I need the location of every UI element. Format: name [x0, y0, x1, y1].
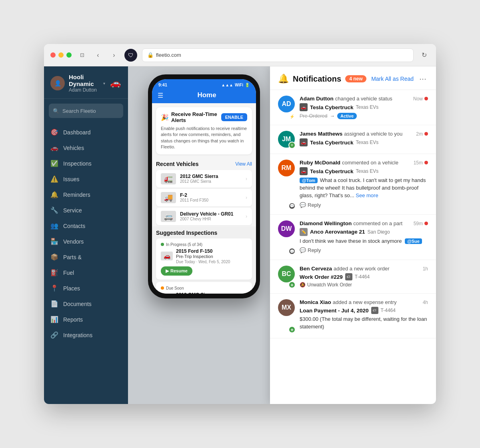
browser-chrome: ⊡ ‹ › 🛡 🔒 fleetio.com ↻	[44, 44, 436, 66]
vehicle-name: 2012 GMC Sierra	[180, 174, 218, 179]
notif-meta: Adam Dutton changed a vehicle status Now	[300, 96, 428, 102]
phone-status-bar: 9:41 ▲▲▲ WiFi 🔋	[152, 79, 256, 89]
notif-type-badge: +	[288, 142, 296, 149]
sidebar-item-label: Reminders	[63, 192, 90, 198]
notif-type-badge: +	[288, 326, 296, 333]
notif-avatar-wrap: RM 💬	[278, 160, 295, 209]
integrations-icon: 🔗	[50, 331, 58, 339]
vehicle-tag: T-4464	[381, 308, 396, 313]
enable-notifications-button[interactable]: ENABLE	[221, 113, 247, 121]
sidebar-item-fuel[interactable]: ⛽ Fuel	[44, 265, 128, 280]
phone-vehicle-item[interactable]: 🚚 F-2 2011 Ford F350 ›	[156, 189, 252, 206]
view-all-button[interactable]: View All	[235, 161, 252, 167]
phone-vehicle-item[interactable]: 🚐 Delivery Vehicle - GR01 2007 Chevy HHR…	[156, 208, 252, 225]
avatar: AD	[278, 96, 295, 112]
sidebar-item-integrations[interactable]: 🔗 Integrations	[44, 327, 128, 343]
back-button[interactable]: ‹	[92, 50, 104, 61]
mark-all-read-button[interactable]: Mark All as Read	[371, 76, 414, 82]
main-content: 9:41 ▲▲▲ WiFi 🔋 ☰ Home	[128, 66, 436, 404]
recent-vehicles-title: Recent Vehicles	[156, 161, 199, 167]
sidebar-item-parts[interactable]: 📦 Parts &	[44, 249, 128, 265]
status-change: Pre-Ordered → Active	[300, 113, 428, 119]
reload-button[interactable]: ↻	[418, 50, 430, 61]
unwatch-button[interactable]: 🔕 Unwatch Work Order	[300, 282, 352, 288]
notif-body: Diamond Wellington commented on a part 5…	[300, 220, 428, 254]
forward-button[interactable]: ›	[108, 50, 120, 61]
sidebar-item-label: Places	[63, 285, 80, 292]
sidebar-item-label: Reports	[63, 316, 83, 323]
notification-item: MX + Monica Xiao added a new expense ent…	[270, 294, 436, 338]
hamburger-icon[interactable]: ☰	[158, 92, 163, 99]
notif-type-badge: 💬	[288, 248, 296, 255]
issues-icon: ⚠️	[50, 175, 58, 183]
vehicle-tag-icon: 🏷	[371, 307, 378, 314]
inspection-item: Due Soon 🚛 2012 GMC Sierra Post-Trip Ins…	[156, 282, 252, 294]
notif-vehicle: Loan Payment - Jul 4, 2020 🏷 T-4464	[300, 307, 428, 314]
minimize-button[interactable]	[58, 52, 64, 58]
phone-vehicle-item[interactable]: 🚛 2012 GMC Sierra 2012 GMC Sierra ›	[156, 170, 252, 188]
sidebar-item-label: Issues	[63, 176, 79, 182]
sidebar-item-dashboard[interactable]: 🎯 Dashboard	[44, 124, 128, 140]
reply-button[interactable]: 💬 Reply	[300, 246, 321, 254]
new-count-badge: 4 new	[345, 75, 366, 82]
dashboard-icon: 🎯	[50, 128, 58, 136]
vehicle-info: 2012 GMC Sierra 2012 GMC Sierra	[180, 174, 218, 184]
vehicle-icon: 🚗	[300, 167, 308, 175]
inspection-vehicle-name: 2015 Ford F-150	[176, 248, 230, 254]
sidebar-item-reminders[interactable]: 🔔 Reminders	[44, 187, 128, 202]
sidebar-item-inspections[interactable]: ✅ Inspections	[44, 156, 128, 171]
unwatch-label: Unwatch Work Order	[307, 282, 352, 288]
address-bar[interactable]: 🔒 fleetio.com	[142, 48, 414, 62]
sidebar-item-label: Documents	[63, 301, 92, 307]
notif-meta: Diamond Wellington commented on a part 5…	[300, 220, 428, 226]
expense-name: Loan Payment - Jul 4, 2020	[300, 308, 369, 314]
sidebar-item-places[interactable]: 📍 Places	[44, 280, 128, 296]
see-more-link[interactable]: See more	[356, 192, 378, 198]
vehicle-info: F-2 2011 Ford F350	[180, 192, 208, 202]
vehicle-name: F-2	[180, 192, 208, 198]
notif-user: James Matthews	[300, 131, 342, 137]
sidebar-toggle-button[interactable]: ⊡	[76, 50, 88, 61]
sidebar-item-reports[interactable]: 📊 Reports	[44, 312, 128, 327]
sidebar-item-label: Vehicles	[63, 145, 84, 151]
sidebar-item-label: Service	[63, 207, 82, 214]
inspection-details: 2015 Ford F-150 Pre-Trip Inspection Due …	[176, 248, 230, 264]
contacts-icon: 👥	[50, 222, 58, 230]
sidebar-item-issues[interactable]: ⚠️ Issues	[44, 171, 128, 187]
reply-button[interactable]: 💬 Reply	[300, 201, 321, 209]
suggested-inspections-section: Suggested Inspections In Progress (5 of …	[152, 226, 256, 294]
lock-icon: 🔒	[147, 52, 154, 58]
user-name: Adam Dutton	[69, 87, 99, 93]
sidebar-item-service[interactable]: 🔧 Service	[44, 202, 128, 218]
status-dot-green	[161, 243, 164, 246]
sidebar-item-documents[interactable]: 📄 Documents	[44, 296, 128, 312]
close-button[interactable]	[50, 52, 56, 58]
sidebar-header[interactable]: 👤 Hooli Dynamic Adam Dutton ▾ 🚗	[44, 66, 128, 99]
vehicle-tag-icon: 🏷	[345, 273, 352, 280]
more-options-button[interactable]: ⋯	[418, 74, 428, 83]
battery-icon: 🔋	[245, 83, 250, 87]
avatar-initials: BC	[282, 270, 291, 278]
vehicle-thumbnail: 🚚	[161, 192, 176, 203]
sidebar-item-vendors[interactable]: 🏪 Vendors	[44, 234, 128, 249]
notif-vehicle: Work Order #229 🏷 T-4464	[300, 273, 428, 280]
resume-label: Resume	[170, 268, 188, 273]
notif-meta: Ben Cerveza added a new work order 1h	[300, 266, 428, 272]
notif-action: added a new work order	[334, 266, 389, 272]
notifications-header: 🔔 Notifications 4 new Mark All as Read ⋯	[270, 66, 436, 90]
resume-inspection-button[interactable]: ▶ Resume	[161, 266, 192, 276]
notif-user: Ben Cerveza	[300, 266, 332, 272]
extension-icon[interactable]: 🛡	[124, 49, 137, 62]
signal-icon: ▲▲▲	[221, 83, 233, 87]
places-icon: 📍	[50, 284, 58, 292]
sidebar-item-vehicles[interactable]: 🚗 Vehicles	[44, 140, 128, 156]
maximize-button[interactable]	[66, 52, 72, 58]
inspection-status: Due Soon	[161, 286, 247, 290]
notifications-list: AD ⚡ Adam Dutton changed a vehicle statu…	[270, 90, 436, 404]
notif-action: commented on a part	[353, 220, 402, 226]
org-name: Hooli Dynamic	[69, 74, 99, 87]
search-input[interactable]: 🔍 Search Fleetio	[49, 104, 123, 118]
notifications-panel: 🔔 Notifications 4 new Mark All as Read ⋯…	[270, 66, 436, 404]
sidebar-item-contacts[interactable]: 👥 Contacts	[44, 218, 128, 234]
phone-screen: 9:41 ▲▲▲ WiFi 🔋 ☰ Home	[152, 79, 256, 294]
